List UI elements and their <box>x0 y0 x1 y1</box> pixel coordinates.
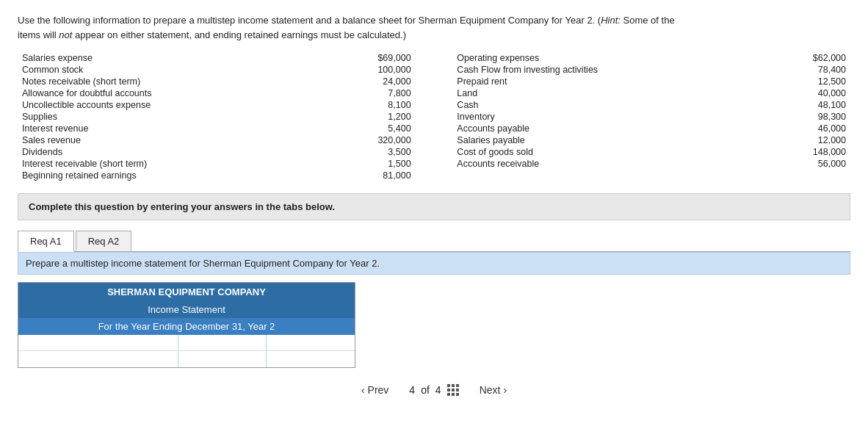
prev-label: Prev <box>368 384 389 396</box>
data-table-row: Interest receivable (short term) 1,500 A… <box>18 158 850 170</box>
stmt-input-value-1b[interactable] <box>270 336 352 349</box>
stmt-value-2b[interactable] <box>267 351 355 367</box>
data-label-right <box>452 170 751 181</box>
data-label-left: Salaries expense <box>18 52 316 64</box>
data-value-right: 148,000 <box>751 146 850 158</box>
statement-subtitle-text: Income Statement <box>148 304 225 315</box>
data-label-right: Accounts payable <box>452 123 751 134</box>
data-table-row: Notes receivable (short term) 24,000 Pre… <box>18 76 850 87</box>
data-label-left: Beginning retained earnings <box>18 170 316 181</box>
data-value-right: 98,300 <box>751 111 850 123</box>
data-label-left: Allowance for doubtful accounts <box>18 87 316 99</box>
statement-title: SHERMAN EQUIPMENT COMPANY <box>18 283 355 301</box>
data-value-left: 81,000 <box>316 170 415 181</box>
next-arrow-icon: › <box>503 384 507 396</box>
data-table-row: Sales revenue 320,000 Salaries payable 1… <box>18 134 850 146</box>
intro-text: Use the following information to prepare… <box>18 13 679 42</box>
statement-period-text: For the Year Ending December 31, Year 2 <box>98 321 275 332</box>
data-value-right: 12,500 <box>751 76 850 87</box>
data-value-left: 24,000 <box>316 76 415 87</box>
statement-title-text: SHERMAN EQUIPMENT COMPANY <box>107 286 266 297</box>
stmt-input-value-1a[interactable] <box>181 336 263 349</box>
data-table-row: Dividends 3,500 Cost of goods sold 148,0… <box>18 146 850 158</box>
data-value-right: 56,000 <box>751 158 850 170</box>
data-value-left: 320,000 <box>316 134 415 146</box>
data-label-left: Dividends <box>18 146 316 158</box>
req-description: Prepare a multistep income statement for… <box>18 252 850 275</box>
data-label-right: Cost of goods sold <box>452 146 751 158</box>
data-label-right: Salaries payable <box>452 134 751 146</box>
next-button[interactable]: Next › <box>474 381 513 399</box>
data-label-left: Interest revenue <box>18 123 316 134</box>
req-description-text: Prepare a multistep income statement for… <box>26 258 380 269</box>
data-label-right: Land <box>452 87 751 99</box>
data-table-row: Common stock 100,000 Cash Flow from inve… <box>18 64 850 76</box>
data-label-left: Common stock <box>18 64 316 76</box>
stmt-label-2[interactable] <box>18 351 178 367</box>
data-table-row: Supplies 1,200 Inventory 98,300 <box>18 111 850 123</box>
statement-subtitle: Income Statement <box>18 301 355 318</box>
data-value-left: 8,100 <box>316 99 415 111</box>
prev-button[interactable]: ‹ Prev <box>355 381 394 399</box>
stmt-value-1a[interactable] <box>178 335 267 350</box>
data-label-right: Inventory <box>452 111 751 123</box>
data-value-left: $69,000 <box>316 52 415 64</box>
data-value-left: 5,400 <box>316 123 415 134</box>
data-label-left: Supplies <box>18 111 316 123</box>
data-value-right: $62,000 <box>751 52 850 64</box>
data-table-row: Salaries expense $69,000 Operating expen… <box>18 52 850 64</box>
page-separator: of <box>421 384 430 396</box>
stmt-input-label-2[interactable] <box>21 353 175 366</box>
data-value-right <box>751 170 850 181</box>
page-total: 4 <box>435 384 441 396</box>
hint-box: Complete this question by entering your … <box>18 193 850 220</box>
data-table-row: Interest revenue 5,400 Accounts payable … <box>18 123 850 134</box>
data-value-right: 78,400 <box>751 64 850 76</box>
data-value-right: 12,000 <box>751 134 850 146</box>
data-label-left: Notes receivable (short term) <box>18 76 316 87</box>
stmt-input-label-1[interactable] <box>21 336 175 349</box>
bottom-nav: ‹ Prev 4 of 4 Next › <box>18 381 850 399</box>
data-table-row: Allowance for doubtful accounts 7,800 La… <box>18 87 850 99</box>
statement-body <box>18 335 355 367</box>
data-label-left: Uncollectible accounts expense <box>18 99 316 111</box>
tab-req-a1[interactable]: Req A1 <box>18 231 74 252</box>
data-label-left: Sales revenue <box>18 134 316 146</box>
stmt-input-value-2a[interactable] <box>181 353 263 366</box>
stmt-label-1[interactable] <box>18 335 178 350</box>
data-value-left: 1,200 <box>316 111 415 123</box>
data-table-row: Beginning retained earnings 81,000 <box>18 170 850 181</box>
statement-period: For the Year Ending December 31, Year 2 <box>18 318 355 335</box>
data-value-left: 1,500 <box>316 158 415 170</box>
stmt-value-1b[interactable] <box>267 335 355 350</box>
tabs-row: Req A1 Req A2 <box>18 231 850 252</box>
next-label: Next <box>480 384 501 396</box>
data-value-left: 7,800 <box>316 87 415 99</box>
data-label-right: Operating expenses <box>452 52 751 64</box>
data-label-right: Cash Flow from investing activities <box>452 64 751 76</box>
data-label-right: Prepaid rent <box>452 76 751 87</box>
data-label-right: Cash <box>452 99 751 111</box>
data-value-left: 3,500 <box>316 146 415 158</box>
statement-row-2 <box>18 351 355 367</box>
page-info: 4 of 4 <box>409 384 458 396</box>
stmt-value-2a[interactable] <box>178 351 267 367</box>
data-table: Salaries expense $69,000 Operating expen… <box>18 52 850 181</box>
data-value-left: 100,000 <box>316 64 415 76</box>
tab-req-a2[interactable]: Req A2 <box>76 231 132 251</box>
income-statement: SHERMAN EQUIPMENT COMPANY Income Stateme… <box>18 282 355 368</box>
data-table-row: Uncollectible accounts expense 8,100 Cas… <box>18 99 850 111</box>
data-value-right: 40,000 <box>751 87 850 99</box>
data-value-right: 48,100 <box>751 99 850 111</box>
data-label-left: Interest receivable (short term) <box>18 158 316 170</box>
data-label-right: Accounts receivable <box>452 158 751 170</box>
page-current: 4 <box>409 384 415 396</box>
prev-arrow-icon: ‹ <box>361 384 365 396</box>
statement-row-1 <box>18 335 355 351</box>
grid-icon <box>447 384 459 396</box>
data-value-right: 46,000 <box>751 123 850 134</box>
stmt-input-value-2b[interactable] <box>270 353 352 366</box>
hint-text: Complete this question by entering your … <box>29 201 335 212</box>
